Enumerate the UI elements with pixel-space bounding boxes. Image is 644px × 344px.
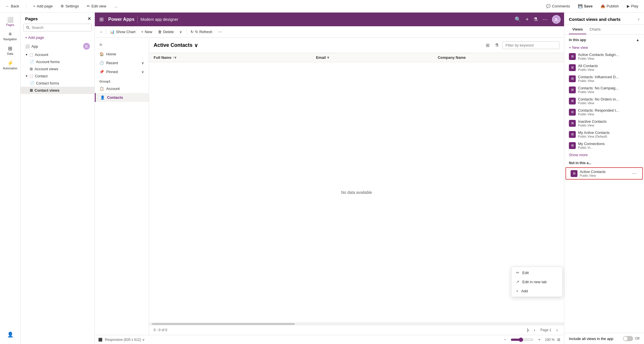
nav-item-recent[interactable]: 🕐 Recent ∨ [95,59,149,67]
first-page-button[interactable]: |‹ [525,327,531,333]
tree-item-contact-forms[interactable]: 📄 Contact forms [21,80,95,87]
new-view-button[interactable]: + New view [564,44,644,51]
filter-input[interactable] [502,41,559,49]
tree-item-account-views[interactable]: ⊞ Account views [21,65,95,73]
view-name: Contacts: No Campaig... [578,86,630,90]
play-button[interactable]: ▶ Play [625,3,641,9]
responsive-badge[interactable]: Responsive (835 x 612) ∨ [105,338,145,342]
view-item-no-orders[interactable]: ⊞ Contacts: No Orders in... Public View … [564,95,644,106]
data-label: Data [7,52,13,55]
nav-item-contacts[interactable]: 👤 Contacts [95,93,149,102]
back-button[interactable]: ← Back [3,3,21,9]
sort-icon[interactable]: ↑∨ [172,56,176,59]
data-table-header: Full Name ↑∨ Email ∨ Company Name [149,53,564,62]
ellipsis-icon[interactable]: ⋯ [542,16,547,23]
view-item-my-connections[interactable]: ⊞ My Connections Public Vi... ⋯ [564,140,644,151]
refresh-button[interactable]: ↻ ↻ Refresh [188,29,214,35]
full-name-header: Full Name [154,55,171,60]
tree-item-app[interactable]: ⬜ App JL [21,41,95,51]
prev-page-button[interactable]: ‹ [532,327,537,333]
tree-item-account-forms[interactable]: 📄 Account forms [21,58,95,65]
app-icon: ⬜ [25,44,30,49]
title-chevron-icon[interactable]: ∨ [194,42,198,49]
scrollbar-thumb[interactable] [152,323,295,325]
include-views-toggle[interactable] [623,336,633,341]
save-icon: 💾 [578,4,583,8]
tab-views[interactable]: Views [569,25,586,34]
search-input[interactable] [23,24,92,31]
pa-grid-icon[interactable]: ⊞ [98,15,105,24]
settings-icon: ⚙ [61,4,64,8]
view-more-not-in-button[interactable]: ⋯ [631,170,638,177]
in-this-app-label: In this app ▲ [564,38,644,44]
show-chart-button[interactable]: 📊 Show Chart [108,29,138,35]
more-options-button[interactable]: ... [112,3,120,9]
dropdown-button[interactable]: ∨ [177,29,184,35]
user-icon-button[interactable]: 👤 [1,330,19,339]
show-more-button[interactable]: Show more [564,151,592,159]
context-menu: ✏ Edit ↗ Edit in new tab + Add [511,267,563,297]
view-item-active-subgri[interactable]: ⊞ Active Contacts Subgri... Public View … [564,51,644,62]
hamburger-icon[interactable]: ≡ [95,40,149,50]
close-pages-panel-button[interactable]: ✕ [87,16,91,21]
add-page-tree-button[interactable]: + Add page [21,34,95,41]
view-item-my-active[interactable]: ⊞ My Active Contacts Public View (Defaul… [564,129,644,140]
pinned-label: Pinned [106,70,118,74]
zoom-settings-icon[interactable]: ⚙ [557,337,561,342]
sidebar-item-pages[interactable]: ⬜ Pages [1,15,19,28]
view-item-no-campaign[interactable]: ⊞ Contacts: No Campaig... Public View ⋯ [564,84,644,95]
toolbar-more-button[interactable]: ⋯ [216,29,224,35]
topbar-right: 💬 Comments 💾 Save 📤 Publish ▶ Play [544,3,641,9]
comments-button[interactable]: 💬 Comments [544,3,572,9]
context-menu-add[interactable]: + Add [511,286,562,295]
nav-item-account[interactable]: 📋 Account [95,84,149,93]
sidebar-item-data[interactable]: ⊞ Data [1,44,19,57]
collapse-panel-button[interactable]: › [638,17,639,22]
canvas-back-button[interactable]: ‹ [98,29,104,35]
next-page-button[interactable]: › [555,327,559,333]
data-title: Active Contacts ∨ [154,42,198,49]
add-page-button[interactable]: + Add page [31,3,55,9]
save-button[interactable]: 💾 Save [576,3,595,9]
view-item-inactive[interactable]: ⊞ Inactive Contacts Public View ⋯ [564,118,644,129]
sidebar-item-navigation[interactable]: ≡ Navigation [1,29,19,43]
view-item-influenced[interactable]: ⊞ Contacts: Influenced D... Public View … [564,73,644,84]
view-item-responded[interactable]: ⊞ Contacts: Responded t... Public View ⋯ [564,106,644,118]
view-type: Public View [578,90,630,94]
tree-item-account[interactable]: ▼ ⬚ Account [21,51,95,58]
avatar[interactable]: JL [552,15,561,24]
email-sort-icon[interactable]: ∨ [327,56,329,59]
view-name: Contacts: No Orders in... [578,97,630,101]
topbar: ← Back + Add page ⚙ Settings ✏ Edit view… [0,0,644,13]
view-toggle-button[interactable]: ⊞ [484,41,491,49]
filter-icon[interactable]: ⚗ [533,16,538,23]
view-icon: ⊞ [569,64,576,71]
sidebar-item-automation[interactable]: ⚡ Automation [1,58,19,72]
show-chart-label: Show Chart [116,30,135,34]
tree-item-contact-views[interactable]: ⊞ Contact views [21,87,95,94]
zoom-slider[interactable] [511,337,533,342]
pages-label: Pages [6,23,14,27]
context-menu-edit-new-tab[interactable]: ↗ Edit in new tab [511,277,562,286]
tab-charts[interactable]: Charts [586,25,604,34]
nav-item-pinned[interactable]: 📌 Pinned ∨ [95,67,149,76]
tree-item-contact[interactable]: ▼ ⬚ Contact [21,73,95,80]
zoom-minus-button[interactable]: − [502,336,509,343]
view-name: Active Contacts [580,170,629,174]
publish-button[interactable]: 📤 Publish [598,3,621,9]
view-item-active-contacts-not-in[interactable]: ⊞ Active Contacts Public View ⋯ [565,167,643,180]
edit-view-button[interactable]: ✏ Edit view [85,3,109,9]
zoom-plus-button[interactable]: + [536,336,543,343]
new-button[interactable]: + New [139,29,155,35]
nav-item-home[interactable]: 🏠 Home [95,50,149,59]
pages-title: Pages [25,16,38,21]
delete-button[interactable]: 🗑 Delete [156,29,176,35]
settings-button[interactable]: ⚙ Settings [58,3,81,9]
search-icon[interactable]: 🔍 [515,16,521,23]
view-item-all-contacts[interactable]: ⊞ All Contacts Public View ⋯ [564,62,644,73]
context-menu-edit[interactable]: ✏ Edit [511,268,562,277]
contact-views-icon: ⊞ [30,88,33,92]
plus-icon[interactable]: + [525,17,529,23]
data-icon: ⊞ [8,45,12,52]
filter-button[interactable]: ⚗ [493,41,500,49]
